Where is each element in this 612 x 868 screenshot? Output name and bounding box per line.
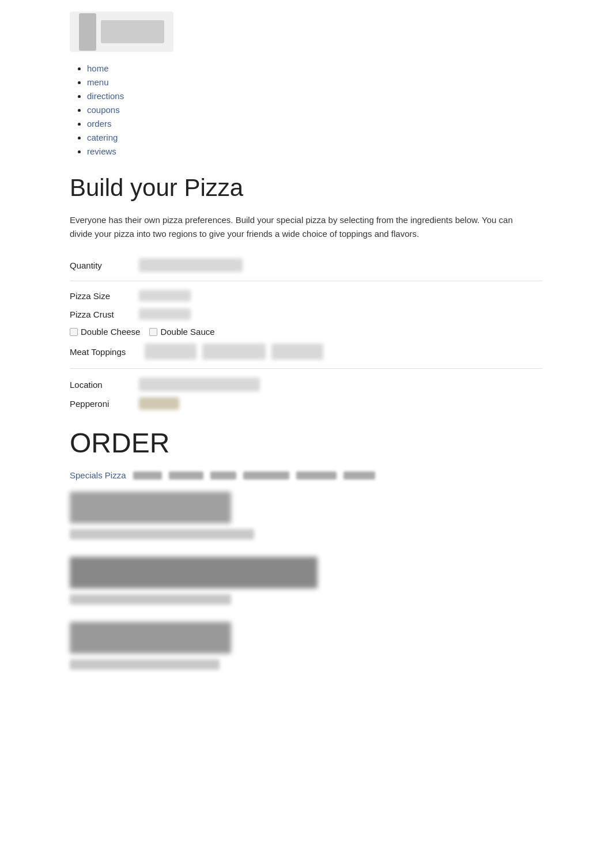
location-label: Location [70, 380, 139, 390]
specials-pizza-row: Specials Pizza [70, 470, 542, 480]
order-title: ORDER [70, 427, 542, 459]
meat-topping-2[interactable] [202, 344, 266, 360]
nav-item-coupons[interactable]: coupons [87, 105, 542, 115]
specials-blur-2 [169, 471, 203, 480]
pepperoni-select[interactable] [139, 397, 179, 410]
nav-item-home[interactable]: home [87, 63, 542, 74]
pizza-size-select[interactable] [139, 290, 191, 301]
double-sauce-checkbox[interactable] [149, 328, 157, 336]
double-sauce-label: Double Sauce [160, 327, 214, 337]
pizza-item-3 [70, 622, 542, 670]
location-select[interactable] [139, 378, 260, 391]
nav-link-reviews[interactable]: reviews [87, 146, 116, 156]
double-cheese-checkbox[interactable] [70, 328, 78, 336]
logo-inner [101, 20, 164, 43]
pizza-item-1-title [70, 492, 231, 523]
divider-1 [70, 281, 542, 281]
meat-topping-1[interactable] [145, 344, 197, 360]
page-title: Build your Pizza [70, 174, 542, 202]
pizza-item-2 [70, 557, 542, 605]
specials-blur-3 [210, 471, 236, 480]
pizza-item-3-title [70, 622, 231, 654]
double-sauce-item: Double Sauce [149, 327, 214, 337]
specials-blur-5 [296, 471, 337, 480]
quantity-row: Quantity [70, 258, 542, 272]
nav-item-reviews[interactable]: reviews [87, 146, 542, 157]
location-row: Location [70, 378, 542, 391]
nav-link-home[interactable]: home [87, 63, 109, 73]
specials-pizza-label[interactable]: Specials Pizza [70, 470, 126, 480]
pizza-item-2-title [70, 557, 318, 588]
navigation: home menu directions coupons orders cate… [70, 63, 542, 157]
header [70, 12, 542, 52]
pizza-crust-row: Pizza Crust [70, 308, 542, 320]
pizza-crust-label: Pizza Crust [70, 310, 139, 319]
pizza-builder-form: Quantity Pizza Size Pizza Crust Double C… [70, 258, 542, 410]
divider-2 [70, 368, 542, 369]
meat-topping-3[interactable] [271, 344, 323, 360]
nav-link-catering[interactable]: catering [87, 133, 118, 142]
nav-link-coupons[interactable]: coupons [87, 105, 120, 115]
logo-left-bar [79, 13, 96, 51]
quantity-label: Quantity [70, 261, 139, 270]
pizza-item-2-desc [70, 594, 231, 605]
pizza-item-3-desc [70, 659, 220, 670]
pizza-item-1 [70, 492, 542, 539]
pepperoni-row: Pepperoni [70, 397, 542, 410]
specials-blur-4 [243, 471, 289, 480]
nav-link-directions[interactable]: directions [87, 91, 124, 101]
pizza-crust-select[interactable] [139, 308, 191, 320]
specials-blur-6 [343, 471, 375, 480]
nav-item-menu[interactable]: menu [87, 77, 542, 88]
location-pepperoni-section: Location Pepperoni [70, 378, 542, 410]
pepperoni-label: Pepperoni [70, 399, 139, 409]
double-cheese-label: Double Cheese [81, 327, 140, 337]
order-section: ORDER Specials Pizza [70, 427, 542, 670]
specials-blur-1 [133, 471, 162, 480]
double-cheese-item: Double Cheese [70, 327, 140, 337]
pizza-size-label: Pizza Size [70, 291, 139, 301]
page-description: Everyone has their own pizza preferences… [70, 213, 519, 241]
extras-row: Double Cheese Double Sauce [70, 327, 542, 337]
nav-item-catering[interactable]: catering [87, 133, 542, 143]
logo [70, 12, 173, 52]
nav-link-orders[interactable]: orders [87, 119, 112, 129]
quantity-input[interactable] [139, 258, 243, 272]
nav-item-directions[interactable]: directions [87, 91, 542, 101]
meat-toppings-row: Meat Toppings [70, 344, 542, 360]
nav-list: home menu directions coupons orders cate… [70, 63, 542, 157]
pizza-size-row: Pizza Size [70, 290, 542, 301]
nav-item-orders[interactable]: orders [87, 119, 542, 129]
meat-toppings-label: Meat Toppings [70, 347, 139, 357]
nav-link-menu[interactable]: menu [87, 77, 109, 87]
pizza-item-1-desc [70, 529, 254, 539]
